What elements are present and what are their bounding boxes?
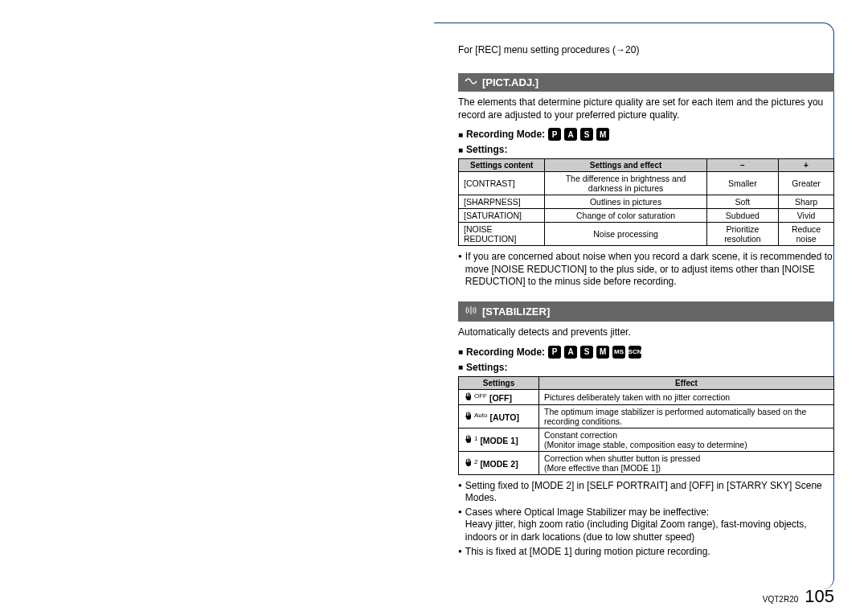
- table-row: OFF [OFF]Pictures deliberately taken wit…: [459, 389, 834, 404]
- section-header-pictadj: [PICT.ADJ.]: [458, 73, 834, 92]
- stabilizer-icon: [465, 305, 477, 318]
- table-cell: Prioritize resolution: [706, 223, 778, 246]
- note-item: ●Setting fixed to [MODE 2] in [SELF PORT…: [458, 480, 834, 505]
- hand-stabilizer-icon: 2: [464, 457, 477, 467]
- table-cell: Soft: [706, 195, 778, 209]
- bullet-dot-icon: ●: [458, 480, 462, 505]
- th: −: [706, 159, 778, 172]
- page-footer: VQT2R20 105: [763, 586, 834, 607]
- mode-m-icon: M: [596, 128, 609, 141]
- settings-cell: OFF [OFF]: [459, 389, 539, 404]
- table-cell: Reduce noise: [779, 223, 834, 246]
- th: Settings content: [459, 159, 545, 172]
- note-item: ●If you are concerned about noise when y…: [458, 251, 834, 289]
- settings-label-1: ■ Settings:: [458, 144, 834, 155]
- table-cell: The difference in brightness and darknes…: [545, 172, 706, 195]
- effect-cell: Pictures deliberately taken with no jitt…: [539, 389, 834, 404]
- section2-notes: ●Setting fixed to [MODE 2] in [SELF PORT…: [458, 480, 834, 559]
- effect-cell: Correction when shutter button is presse…: [539, 451, 834, 474]
- mode-p-icon: P: [548, 346, 561, 359]
- recording-mode-label: Recording Mode:: [466, 129, 545, 140]
- recording-mode-row-2: ■ Recording Mode: P A S M MS SCN: [458, 346, 834, 359]
- table-cell: Subdued: [706, 209, 778, 223]
- settings-cell: 1 [MODE 1]: [459, 428, 539, 451]
- table-header-row: Settings Effect: [459, 376, 834, 389]
- section-title: [STABILIZER]: [482, 305, 550, 318]
- mode-s-icon: S: [580, 128, 593, 141]
- pictadj-icon: [465, 76, 477, 88]
- hand-stabilizer-icon: OFF: [464, 392, 487, 401]
- note-item: ●Cases where Optical Image Stabilizer ma…: [458, 506, 834, 544]
- settings-label-2: ■ Settings:: [458, 362, 834, 373]
- table-cell: Noise processing: [545, 223, 706, 246]
- settings-text: Settings:: [466, 144, 507, 155]
- table-row: [NOISE REDUCTION]Noise processingPriorit…: [459, 223, 834, 246]
- th: Settings and effect: [545, 159, 706, 172]
- bullet-dot-icon: ●: [458, 546, 462, 559]
- table-cell: Outlines in pictures: [545, 195, 706, 209]
- table-header-row: Settings content Settings and effect − +: [459, 159, 834, 172]
- table-row: 2 [MODE 2]Correction when shutter button…: [459, 451, 834, 474]
- effect-cell: Constant correction(Monitor image stable…: [539, 428, 834, 451]
- recording-mode-label: Recording Mode:: [466, 346, 545, 358]
- table-cell: Vivid: [779, 209, 834, 223]
- recording-mode-row-1: ■ Recording Mode: P A S M: [458, 128, 834, 141]
- table-cell: Change of color saturation: [545, 209, 706, 223]
- effect-cell: The optimum image stabilizer is performe…: [539, 404, 834, 428]
- section2-description: Automatically detects and prevents jitte…: [458, 326, 834, 339]
- hand-stabilizer-icon: Auto: [464, 411, 487, 420]
- settings-cell: Auto [AUTO]: [459, 404, 539, 428]
- doc-code: VQT2R20: [763, 595, 798, 604]
- section-title: [PICT.ADJ.]: [482, 76, 538, 88]
- table-row: [SHARPNESS]Outlines in picturesSoftSharp: [459, 195, 834, 209]
- table-cell: Smaller: [706, 172, 778, 195]
- mode-p-icon: P: [548, 128, 561, 141]
- th: Effect: [539, 376, 834, 389]
- pictadj-table: Settings content Settings and effect − +…: [458, 158, 834, 246]
- section-header-stabilizer: [STABILIZER]: [458, 301, 834, 322]
- hand-stabilizer-icon: 1: [464, 434, 477, 444]
- top-note: For [REC] menu setting procedures (→20): [458, 44, 834, 55]
- mode-m-icon: M: [596, 346, 609, 359]
- square-bullet-icon: ■: [458, 347, 463, 356]
- mode-s-icon: S: [580, 346, 593, 359]
- settings-cell: 2 [MODE 2]: [459, 451, 539, 474]
- square-bullet-icon: ■: [458, 363, 463, 371]
- table-cell: [CONTRAST]: [459, 172, 545, 195]
- mode-a-icon: A: [564, 128, 577, 141]
- square-bullet-icon: ■: [458, 146, 463, 154]
- stabilizer-table: Settings Effect OFF [OFF]Pictures delibe…: [458, 376, 834, 475]
- bullet-dot-icon: ●: [458, 251, 462, 289]
- section1-notes: ●If you are concerned about noise when y…: [458, 251, 834, 289]
- square-bullet-icon: ■: [458, 130, 463, 139]
- section1-description: The elements that determine picture qual…: [458, 96, 834, 121]
- mode-ms-icon: MS: [612, 346, 625, 359]
- table-row: [CONTRAST]The difference in brightness a…: [459, 172, 834, 195]
- table-cell: [SATURATION]: [459, 209, 545, 223]
- table-cell: Sharp: [779, 195, 834, 209]
- th: +: [779, 159, 834, 172]
- table-row: [SATURATION]Change of color saturationSu…: [459, 209, 834, 223]
- mode-scn-icon: SCN: [628, 346, 641, 359]
- note-item: ●This is fixed at [MODE 1] during motion…: [458, 546, 834, 559]
- page-number: 105: [805, 586, 834, 607]
- manual-page: For [REC] menu setting procedures (→20) …: [434, 0, 868, 615]
- th: Settings: [459, 376, 539, 389]
- table-row: 1 [MODE 1]Constant correction(Monitor im…: [459, 428, 834, 451]
- bullet-dot-icon: ●: [458, 506, 462, 544]
- table-cell: [SHARPNESS]: [459, 195, 545, 209]
- table-row: Auto [AUTO]The optimum image stabilizer …: [459, 404, 834, 428]
- table-cell: Greater: [779, 172, 834, 195]
- table-cell: [NOISE REDUCTION]: [459, 223, 545, 246]
- settings-text: Settings:: [466, 362, 507, 373]
- mode-a-icon: A: [564, 346, 577, 359]
